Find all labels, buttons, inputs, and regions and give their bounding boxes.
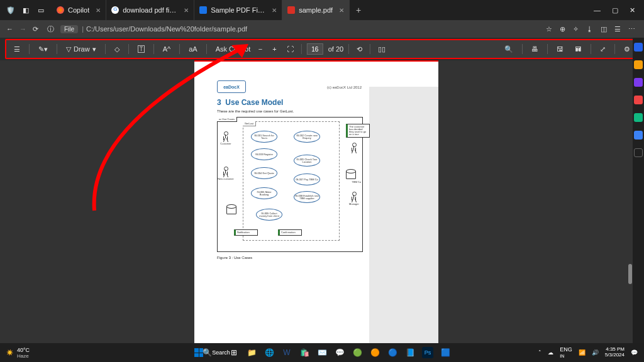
app-icon[interactable]: 🟢	[352, 347, 363, 358]
translate-icon[interactable]: aA	[186, 44, 199, 54]
search-button[interactable]: 🔍 Search	[211, 347, 222, 358]
close-window-icon[interactable]: ✕	[630, 6, 635, 14]
tab-label: Sample PDF Files Download - G…	[211, 6, 265, 14]
minimize-icon[interactable]: —	[594, 6, 601, 14]
scrollbar-thumb[interactable]	[628, 264, 632, 284]
volume-icon[interactable]: 🔊	[592, 349, 599, 356]
page-number-input[interactable]	[307, 43, 323, 55]
back-icon[interactable]: ←	[6, 25, 13, 33]
close-icon[interactable]: ✕	[96, 7, 101, 14]
maximize-icon[interactable]: ▢	[612, 6, 618, 14]
zoom-out-button[interactable]: −	[256, 44, 265, 54]
address-bar: ← → ⟳ ⓘ File | C:/Users/user/Downloads/N…	[0, 20, 644, 38]
more-icon[interactable]: ⋯	[628, 25, 635, 33]
tab-search[interactable]: G download pdf file sample - Sea… ✕	[106, 0, 194, 20]
tab-actions-icon[interactable]: ▭	[36, 6, 45, 14]
contents-icon[interactable]: ☰	[11, 44, 23, 55]
fit-page-icon[interactable]: ⛶	[284, 44, 296, 54]
saveas-icon[interactable]: 🖬	[572, 44, 584, 54]
save-icon[interactable]: 🖫	[554, 44, 566, 54]
app-icon[interactable]: 🟦	[440, 347, 451, 358]
sidebar-app-icon[interactable]	[634, 78, 643, 87]
downloads-icon[interactable]: ⭳	[586, 25, 593, 33]
word-icon[interactable]: W	[281, 347, 292, 358]
title-bar: 🛡️ ◧ ▭ Copilot ✕ G download pdf file sam…	[0, 0, 644, 20]
edge-sidebar	[633, 38, 644, 343]
refresh-icon[interactable]: ⟳	[33, 25, 38, 33]
close-icon[interactable]: ✕	[184, 7, 189, 14]
zoom-in-button[interactable]: +	[270, 44, 279, 54]
text-icon[interactable]: 🅃	[135, 44, 147, 54]
highlight-icon[interactable]: ✎▾	[36, 44, 50, 55]
app-menu-icon[interactable]: 🛡️	[6, 6, 15, 14]
draw-button[interactable]: ▽ Draw ▾	[64, 44, 99, 55]
weather-icon: ☀️	[6, 349, 13, 356]
pdf-viewer[interactable]: (c) eaDocX Ltd 2012 eaDocX 3 Use Case Mo…	[0, 60, 633, 343]
app-icon[interactable]: 📘	[404, 347, 416, 358]
app-icon[interactable]: 🟠	[369, 347, 380, 358]
url-text[interactable]: C:/Users/user/Downloads/New%20folder/sam…	[86, 25, 537, 33]
site-info-icon[interactable]: ⓘ	[47, 25, 54, 34]
onedrive-icon[interactable]: ☁	[548, 349, 553, 356]
workspaces-icon[interactable]: ◧	[21, 6, 30, 14]
search-pdf-icon[interactable]: 🔍	[502, 44, 516, 55]
page-total: of 20	[328, 45, 343, 53]
logo: eaDocX	[217, 80, 246, 93]
sidebar-app-icon[interactable]	[634, 113, 643, 122]
use-case-diagram: uc Use Cases GetLost GL001 Search for To…	[217, 117, 363, 252]
new-tab-button[interactable]: +	[350, 0, 367, 20]
task-view-icon[interactable]: ⊞	[228, 347, 240, 358]
weather-cond: Haze	[17, 353, 30, 359]
extension-icon[interactable]: ⊕	[560, 25, 565, 33]
print-icon[interactable]: 🖶	[529, 44, 541, 54]
tab-copilot[interactable]: Copilot ✕	[52, 0, 106, 20]
store-icon[interactable]: 🛍️	[299, 347, 310, 358]
ask-copilot-button[interactable]: Ask Copilot	[213, 44, 253, 54]
tray-chevron-icon[interactable]: ˄	[538, 349, 541, 356]
weather-temp: 40°C	[17, 347, 30, 353]
read-aloud-button[interactable]: A^	[160, 44, 174, 54]
mail-icon[interactable]: ✉️	[316, 347, 328, 358]
sidebar-copilot-icon[interactable]	[634, 43, 643, 52]
app-icon[interactable]: 💬	[334, 347, 345, 358]
taskbar: ☀️ 40°C Haze 🔍 Search ⊞ 📁 🌐 W 🛍️ ✉️ 💬 🟢 …	[0, 343, 644, 362]
rotate-icon[interactable]: ⟲	[354, 44, 365, 55]
sidebar-add-icon[interactable]	[634, 148, 643, 157]
tab-label: sample.pdf	[299, 6, 333, 14]
tab-sample-site[interactable]: Sample PDF Files Download - G… ✕	[194, 0, 282, 20]
split-icon[interactable]: ◫	[601, 25, 607, 33]
language-indicator[interactable]: ENGIN	[560, 346, 572, 359]
wifi-icon[interactable]: 📶	[579, 349, 586, 356]
sidebar-app-icon[interactable]	[634, 131, 643, 140]
photoshop-icon[interactable]: Ps	[422, 347, 433, 358]
profile-icon[interactable]: ☰	[614, 25, 621, 33]
pdf-toolbar: ☰ ✎▾ ▽ Draw ▾ ◇ 🅃 A^ aA Ask Copilot − + …	[5, 39, 639, 59]
chrome-icon[interactable]: 🔵	[387, 347, 398, 358]
edge-icon[interactable]: 🌐	[264, 347, 275, 358]
tab-label: Copilot	[68, 6, 89, 14]
notifications-icon[interactable]: 💬	[631, 349, 638, 356]
pdf-page: (c) eaDocX Ltd 2012 eaDocX 3 Use Case Mo…	[194, 60, 438, 343]
page-view-icon[interactable]: ▯▯	[375, 44, 388, 55]
sidebar-app-icon[interactable]	[634, 60, 643, 69]
explorer-icon[interactable]: 📁	[246, 347, 257, 358]
subtitle: These are the required use cases for Get…	[217, 109, 363, 113]
star-icon[interactable]: ☆	[546, 25, 552, 33]
tab-strip: Copilot ✕ G download pdf file sample - S…	[52, 0, 585, 20]
forward-icon[interactable]: →	[19, 25, 26, 33]
settings-icon[interactable]: ⚙	[621, 44, 633, 55]
close-icon[interactable]: ✕	[272, 7, 277, 14]
close-icon[interactable]: ✕	[339, 7, 344, 14]
tab-pdf[interactable]: sample.pdf ✕	[282, 0, 350, 20]
collections-icon[interactable]: ✧	[573, 25, 579, 33]
weather-widget[interactable]: ☀️ 40°C Haze	[0, 347, 36, 359]
fullscreen-icon[interactable]: ⤢	[597, 44, 608, 55]
erase-icon[interactable]: ◇	[112, 44, 122, 55]
clock[interactable]: 4:35 PM 5/3/2024	[605, 347, 625, 358]
protocol-chip: File	[60, 25, 78, 33]
page-title: 3 Use Case Model	[217, 98, 363, 107]
sidebar-app-icon[interactable]	[634, 96, 643, 104]
figure-caption: Figure 3 : Use Cases	[217, 256, 363, 260]
tab-label: download pdf file sample - Sea…	[123, 6, 177, 14]
